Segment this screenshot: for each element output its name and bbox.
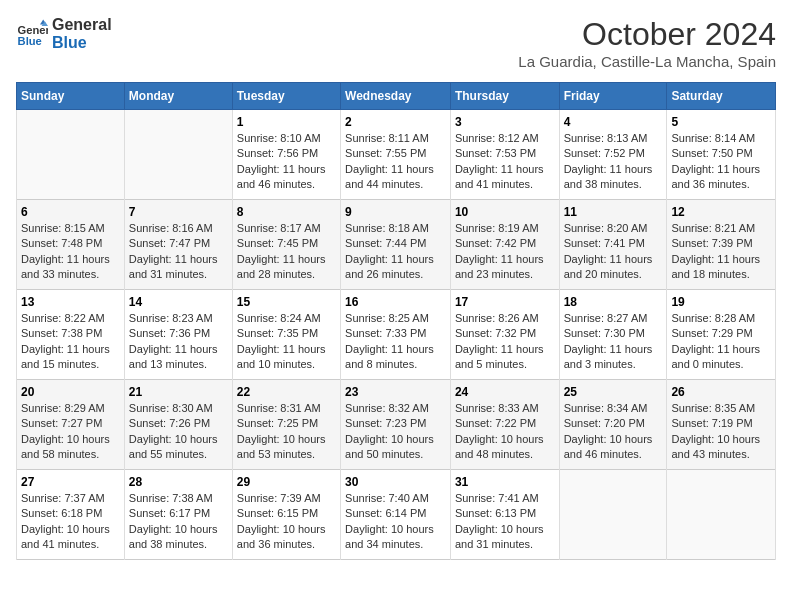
day-number: 6 bbox=[21, 205, 120, 219]
calendar-cell: 8Sunrise: 8:17 AM Sunset: 7:45 PM Daylig… bbox=[232, 200, 340, 290]
calendar-cell: 20Sunrise: 8:29 AM Sunset: 7:27 PM Dayli… bbox=[17, 380, 125, 470]
calendar-cell: 18Sunrise: 8:27 AM Sunset: 7:30 PM Dayli… bbox=[559, 290, 667, 380]
calendar-cell: 7Sunrise: 8:16 AM Sunset: 7:47 PM Daylig… bbox=[124, 200, 232, 290]
day-number: 24 bbox=[455, 385, 555, 399]
day-info: Sunrise: 8:28 AM Sunset: 7:29 PM Dayligh… bbox=[671, 311, 771, 373]
day-number: 15 bbox=[237, 295, 336, 309]
calendar-cell: 16Sunrise: 8:25 AM Sunset: 7:33 PM Dayli… bbox=[341, 290, 451, 380]
day-info: Sunrise: 8:19 AM Sunset: 7:42 PM Dayligh… bbox=[455, 221, 555, 283]
calendar-cell: 30Sunrise: 7:40 AM Sunset: 6:14 PM Dayli… bbox=[341, 470, 451, 560]
day-number: 4 bbox=[564, 115, 663, 129]
day-number: 13 bbox=[21, 295, 120, 309]
day-number: 14 bbox=[129, 295, 228, 309]
day-number: 31 bbox=[455, 475, 555, 489]
day-info: Sunrise: 8:35 AM Sunset: 7:19 PM Dayligh… bbox=[671, 401, 771, 463]
page-header: General Blue General Blue October 2024 L… bbox=[16, 16, 776, 70]
day-number: 21 bbox=[129, 385, 228, 399]
day-info: Sunrise: 8:21 AM Sunset: 7:39 PM Dayligh… bbox=[671, 221, 771, 283]
calendar-week-row: 27Sunrise: 7:37 AM Sunset: 6:18 PM Dayli… bbox=[17, 470, 776, 560]
calendar-cell: 1Sunrise: 8:10 AM Sunset: 7:56 PM Daylig… bbox=[232, 110, 340, 200]
day-info: Sunrise: 8:25 AM Sunset: 7:33 PM Dayligh… bbox=[345, 311, 446, 373]
day-number: 1 bbox=[237, 115, 336, 129]
day-number: 26 bbox=[671, 385, 771, 399]
day-header-friday: Friday bbox=[559, 83, 667, 110]
calendar-week-row: 1Sunrise: 8:10 AM Sunset: 7:56 PM Daylig… bbox=[17, 110, 776, 200]
calendar-week-row: 6Sunrise: 8:15 AM Sunset: 7:48 PM Daylig… bbox=[17, 200, 776, 290]
day-info: Sunrise: 7:41 AM Sunset: 6:13 PM Dayligh… bbox=[455, 491, 555, 553]
title-block: October 2024 La Guardia, Castille-La Man… bbox=[518, 16, 776, 70]
day-info: Sunrise: 8:13 AM Sunset: 7:52 PM Dayligh… bbox=[564, 131, 663, 193]
day-number: 12 bbox=[671, 205, 771, 219]
calendar-cell: 26Sunrise: 8:35 AM Sunset: 7:19 PM Dayli… bbox=[667, 380, 776, 470]
calendar-table: SundayMondayTuesdayWednesdayThursdayFrid… bbox=[16, 82, 776, 560]
calendar-cell: 14Sunrise: 8:23 AM Sunset: 7:36 PM Dayli… bbox=[124, 290, 232, 380]
calendar-cell bbox=[17, 110, 125, 200]
day-number: 8 bbox=[237, 205, 336, 219]
logo-icon: General Blue bbox=[16, 18, 48, 50]
calendar-cell: 19Sunrise: 8:28 AM Sunset: 7:29 PM Dayli… bbox=[667, 290, 776, 380]
day-number: 5 bbox=[671, 115, 771, 129]
location: La Guardia, Castille-La Mancha, Spain bbox=[518, 53, 776, 70]
day-info: Sunrise: 8:11 AM Sunset: 7:55 PM Dayligh… bbox=[345, 131, 446, 193]
calendar-cell: 28Sunrise: 7:38 AM Sunset: 6:17 PM Dayli… bbox=[124, 470, 232, 560]
day-number: 10 bbox=[455, 205, 555, 219]
calendar-cell: 17Sunrise: 8:26 AM Sunset: 7:32 PM Dayli… bbox=[450, 290, 559, 380]
calendar-cell: 22Sunrise: 8:31 AM Sunset: 7:25 PM Dayli… bbox=[232, 380, 340, 470]
calendar-cell: 12Sunrise: 8:21 AM Sunset: 7:39 PM Dayli… bbox=[667, 200, 776, 290]
day-number: 11 bbox=[564, 205, 663, 219]
day-number: 3 bbox=[455, 115, 555, 129]
calendar-cell: 23Sunrise: 8:32 AM Sunset: 7:23 PM Dayli… bbox=[341, 380, 451, 470]
day-info: Sunrise: 8:32 AM Sunset: 7:23 PM Dayligh… bbox=[345, 401, 446, 463]
day-info: Sunrise: 8:31 AM Sunset: 7:25 PM Dayligh… bbox=[237, 401, 336, 463]
calendar-cell: 2Sunrise: 8:11 AM Sunset: 7:55 PM Daylig… bbox=[341, 110, 451, 200]
calendar-cell: 5Sunrise: 8:14 AM Sunset: 7:50 PM Daylig… bbox=[667, 110, 776, 200]
logo-line1: General bbox=[52, 16, 112, 34]
day-number: 25 bbox=[564, 385, 663, 399]
calendar-cell: 31Sunrise: 7:41 AM Sunset: 6:13 PM Dayli… bbox=[450, 470, 559, 560]
calendar-cell: 4Sunrise: 8:13 AM Sunset: 7:52 PM Daylig… bbox=[559, 110, 667, 200]
day-number: 18 bbox=[564, 295, 663, 309]
day-info: Sunrise: 8:23 AM Sunset: 7:36 PM Dayligh… bbox=[129, 311, 228, 373]
calendar-cell: 11Sunrise: 8:20 AM Sunset: 7:41 PM Dayli… bbox=[559, 200, 667, 290]
day-info: Sunrise: 8:27 AM Sunset: 7:30 PM Dayligh… bbox=[564, 311, 663, 373]
calendar-header-row: SundayMondayTuesdayWednesdayThursdayFrid… bbox=[17, 83, 776, 110]
calendar-cell: 13Sunrise: 8:22 AM Sunset: 7:38 PM Dayli… bbox=[17, 290, 125, 380]
day-info: Sunrise: 8:24 AM Sunset: 7:35 PM Dayligh… bbox=[237, 311, 336, 373]
calendar-cell: 24Sunrise: 8:33 AM Sunset: 7:22 PM Dayli… bbox=[450, 380, 559, 470]
calendar-cell: 29Sunrise: 7:39 AM Sunset: 6:15 PM Dayli… bbox=[232, 470, 340, 560]
calendar-cell: 3Sunrise: 8:12 AM Sunset: 7:53 PM Daylig… bbox=[450, 110, 559, 200]
calendar-cell: 6Sunrise: 8:15 AM Sunset: 7:48 PM Daylig… bbox=[17, 200, 125, 290]
day-info: Sunrise: 8:12 AM Sunset: 7:53 PM Dayligh… bbox=[455, 131, 555, 193]
calendar-cell bbox=[667, 470, 776, 560]
day-header-tuesday: Tuesday bbox=[232, 83, 340, 110]
calendar-cell: 21Sunrise: 8:30 AM Sunset: 7:26 PM Dayli… bbox=[124, 380, 232, 470]
calendar-cell: 15Sunrise: 8:24 AM Sunset: 7:35 PM Dayli… bbox=[232, 290, 340, 380]
calendar-week-row: 13Sunrise: 8:22 AM Sunset: 7:38 PM Dayli… bbox=[17, 290, 776, 380]
day-info: Sunrise: 8:29 AM Sunset: 7:27 PM Dayligh… bbox=[21, 401, 120, 463]
calendar-week-row: 20Sunrise: 8:29 AM Sunset: 7:27 PM Dayli… bbox=[17, 380, 776, 470]
day-number: 23 bbox=[345, 385, 446, 399]
day-number: 27 bbox=[21, 475, 120, 489]
calendar-cell: 25Sunrise: 8:34 AM Sunset: 7:20 PM Dayli… bbox=[559, 380, 667, 470]
day-info: Sunrise: 7:39 AM Sunset: 6:15 PM Dayligh… bbox=[237, 491, 336, 553]
month-year: October 2024 bbox=[518, 16, 776, 53]
calendar-cell bbox=[124, 110, 232, 200]
day-info: Sunrise: 8:33 AM Sunset: 7:22 PM Dayligh… bbox=[455, 401, 555, 463]
day-number: 16 bbox=[345, 295, 446, 309]
day-number: 30 bbox=[345, 475, 446, 489]
logo: General Blue General Blue bbox=[16, 16, 112, 52]
day-info: Sunrise: 8:30 AM Sunset: 7:26 PM Dayligh… bbox=[129, 401, 228, 463]
day-info: Sunrise: 7:40 AM Sunset: 6:14 PM Dayligh… bbox=[345, 491, 446, 553]
day-header-thursday: Thursday bbox=[450, 83, 559, 110]
day-info: Sunrise: 8:26 AM Sunset: 7:32 PM Dayligh… bbox=[455, 311, 555, 373]
calendar-cell: 9Sunrise: 8:18 AM Sunset: 7:44 PM Daylig… bbox=[341, 200, 451, 290]
day-number: 7 bbox=[129, 205, 228, 219]
day-info: Sunrise: 8:20 AM Sunset: 7:41 PM Dayligh… bbox=[564, 221, 663, 283]
calendar-cell: 10Sunrise: 8:19 AM Sunset: 7:42 PM Dayli… bbox=[450, 200, 559, 290]
day-header-sunday: Sunday bbox=[17, 83, 125, 110]
svg-text:Blue: Blue bbox=[18, 35, 42, 47]
day-info: Sunrise: 8:22 AM Sunset: 7:38 PM Dayligh… bbox=[21, 311, 120, 373]
day-number: 20 bbox=[21, 385, 120, 399]
day-info: Sunrise: 8:10 AM Sunset: 7:56 PM Dayligh… bbox=[237, 131, 336, 193]
day-header-saturday: Saturday bbox=[667, 83, 776, 110]
